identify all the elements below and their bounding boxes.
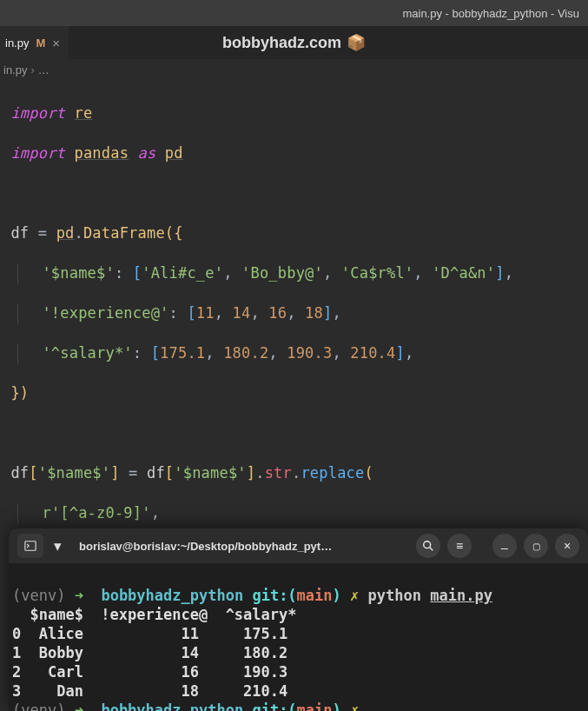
terminal-window: ▾ borislav@borislav:~/Desktop/bobbyhadz_… (9, 528, 588, 711)
tab-modified-badge: M (36, 37, 45, 50)
window-title: main.py - bobbyhadz_python - Visu (402, 7, 579, 20)
menu-button[interactable]: ≡ (447, 534, 472, 558)
terminal-title: borislav@borislav:~/Desktop/bobbyhadz_py… (79, 540, 409, 553)
watermark: bobbyhadz.com 📦 (222, 33, 366, 52)
terminal-tab[interactable] (17, 534, 43, 558)
minimize-icon: _ (501, 535, 508, 549)
search-button[interactable] (416, 534, 440, 558)
close-icon[interactable]: × (52, 36, 60, 50)
chevron-down-icon[interactable]: ▾ (50, 537, 65, 555)
chevron-right-icon: › (30, 63, 34, 76)
search-icon (422, 540, 434, 552)
svg-rect-0 (25, 542, 36, 551)
tab-bar: in.py M × bobbyhadz.com 📦 (0, 26, 588, 59)
breadcrumb[interactable]: in.py › … (0, 59, 588, 80)
breadcrumb-file[interactable]: in.py (3, 63, 27, 76)
tab-label: in.py (5, 37, 29, 50)
menu-icon: ≡ (456, 539, 463, 553)
maximize-button[interactable]: ▢ (524, 534, 548, 558)
cube-icon: 📦 (347, 33, 366, 52)
tab-main-py[interactable]: in.py M × (0, 26, 69, 59)
terminal-header: ▾ borislav@borislav:~/Desktop/bobbyhadz_… (9, 528, 588, 563)
window-titlebar: main.py - bobbyhadz_python - Visu (0, 0, 588, 26)
close-button[interactable]: × (555, 534, 579, 558)
svg-line-2 (430, 548, 433, 551)
terminal-body[interactable]: (venv) ➜ bobbyhadz_python git:(main) ✗ p… (9, 563, 588, 711)
maximize-icon: ▢ (532, 542, 540, 551)
breadcrumb-more[interactable]: … (38, 63, 50, 76)
minimize-button[interactable]: _ (492, 534, 517, 558)
svg-point-1 (424, 542, 431, 548)
close-icon: × (564, 539, 571, 553)
terminal-icon (24, 540, 36, 552)
